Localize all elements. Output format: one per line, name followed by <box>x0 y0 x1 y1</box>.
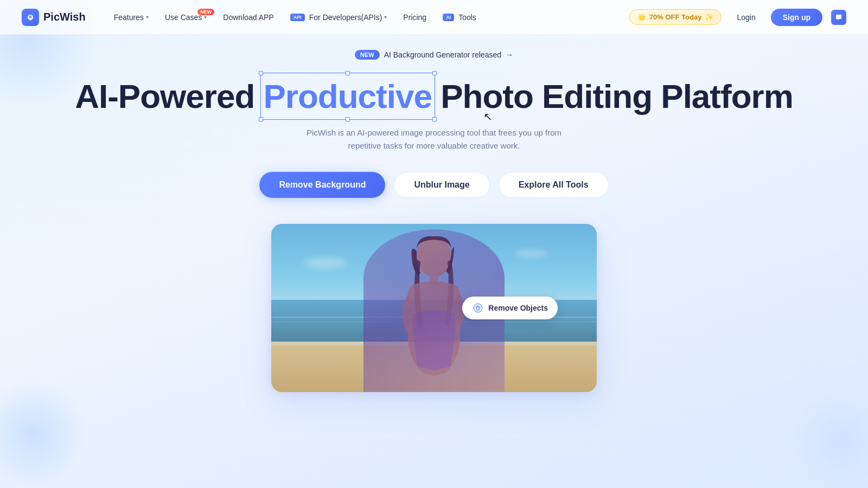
announcement-pill: NEW <box>355 50 380 60</box>
handle-topright <box>432 71 437 75</box>
nav-item-features[interactable]: Features ▾ <box>107 10 155 25</box>
logo[interactable]: PicWish <box>22 9 86 26</box>
nav-links: Features ▾ Use Cases ▾ NEW Download APP … <box>107 10 629 25</box>
decorative-blob-bottomleft <box>0 380 87 488</box>
chevron-down-icon: ▾ <box>146 14 149 20</box>
handle-bottomright <box>432 117 437 121</box>
chevron-down-icon: ▾ <box>204 14 207 20</box>
navbar: PicWish Features ▾ Use Cases ▾ NEW Downl… <box>0 0 868 35</box>
chevron-down-icon: ▾ <box>384 14 387 20</box>
hero-title-prefix: AI-Powered <box>75 78 254 115</box>
promo-text: 70% OFF Today <box>649 13 702 21</box>
cloud-2 <box>515 249 548 258</box>
svg-point-0 <box>29 15 32 18</box>
announcement-arrow-icon: → <box>506 50 513 59</box>
handle-topcenter <box>346 71 350 75</box>
logo-text: PicWish <box>43 11 86 23</box>
nav-item-developers[interactable]: API For Developers(APIs) ▾ <box>284 10 394 25</box>
remove-objects-tooltip[interactable]: Remove Objects <box>462 297 558 319</box>
signup-button[interactable]: Sign up <box>771 9 822 26</box>
hero-title: AI-Powered Productive Photo Editing Plat… <box>75 77 793 115</box>
announcement-bar[interactable]: NEW AI Background Generator released → <box>355 50 513 60</box>
remove-background-button[interactable]: Remove Background <box>259 172 385 198</box>
promo-star-left: 🌟 <box>637 13 646 21</box>
handle-bottomcenter <box>346 117 350 121</box>
decorative-blob-bottomright <box>792 390 868 488</box>
hero-highlight-box: Productive <box>264 77 432 115</box>
ai-badge: AI <box>443 14 454 21</box>
promo-banner[interactable]: 🌟 70% OFF Today ✨ <box>629 9 722 25</box>
explore-tools-button[interactable]: Explore All Tools <box>499 172 609 198</box>
handle-bottomleft <box>259 117 263 121</box>
svg-point-3 <box>474 304 482 312</box>
nav-right: 🌟 70% OFF Today ✨ Login Sign up <box>629 9 846 26</box>
hero-title-suffix: Photo Editing Platform <box>441 78 793 115</box>
hero-subtitle: PicWish is an AI-powered image processin… <box>307 126 561 152</box>
nav-item-tools[interactable]: AI Tools <box>436 10 483 25</box>
cta-buttons: Remove Background Unblur Image Explore A… <box>259 172 608 198</box>
remove-objects-icon <box>472 302 484 314</box>
demo-image-container: Remove Objects <box>271 224 597 392</box>
new-badge: NEW <box>197 9 214 15</box>
announcement-text: AI Background Generator released <box>384 50 501 59</box>
nav-item-download[interactable]: Download APP <box>216 10 280 25</box>
nav-item-use-cases[interactable]: Use Cases ▾ NEW <box>158 10 213 25</box>
logo-icon <box>22 9 39 26</box>
login-button[interactable]: Login <box>730 10 762 25</box>
chat-icon[interactable] <box>831 10 846 25</box>
hero-title-highlight: Productive <box>264 77 432 115</box>
main-content: NEW AI Background Generator released → A… <box>0 35 868 392</box>
api-badge: API <box>290 14 305 21</box>
handle-topleft <box>259 71 263 75</box>
unblur-image-button[interactable]: Unblur Image <box>394 172 489 198</box>
beach-scene: Remove Objects <box>271 224 597 392</box>
promo-star-right: ✨ <box>705 13 713 21</box>
nav-item-pricing[interactable]: Pricing <box>397 10 433 25</box>
remove-objects-label: Remove Objects <box>488 304 548 312</box>
